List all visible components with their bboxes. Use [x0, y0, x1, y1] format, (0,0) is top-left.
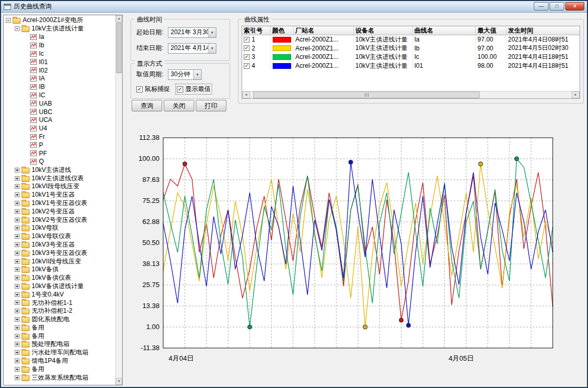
tree-node[interactable]: -10kV主供进线计量: [5, 25, 115, 33]
tree-node[interactable]: -Acrel-2000Z1#变电所: [5, 16, 115, 25]
print-button[interactable]: 打印: [196, 100, 226, 111]
expand-icon[interactable]: +: [15, 226, 19, 230]
maximize-button[interactable]: □: [550, 2, 564, 11]
tree-node[interactable]: +10kV1号变压器仪表: [5, 199, 115, 208]
tree-node[interactable]: +10kV母联: [5, 224, 115, 232]
expand-icon[interactable]: +: [15, 168, 19, 172]
hscroll-track[interactable]: [250, 91, 572, 98]
close-button[interactable]: 关闭: [164, 100, 194, 111]
tree-scroll-thumb[interactable]: [116, 23, 122, 73]
start-date-select[interactable]: 2021年 3月30 ▼: [168, 27, 216, 38]
expand-icon[interactable]: +: [15, 251, 19, 256]
expand-icon[interactable]: +: [15, 350, 19, 355]
tree-leaf[interactable]: I02: [5, 66, 115, 75]
tree-leaf[interactable]: IB: [5, 83, 115, 91]
tree-node[interactable]: +1号变0.4kV: [5, 290, 115, 299]
table-hscrollbar[interactable]: ◄ ►: [242, 91, 580, 98]
expand-icon[interactable]: +: [15, 259, 19, 264]
curve-visible-checkbox[interactable]: ✓: [244, 63, 250, 69]
tree-node[interactable]: +10kV母联仪表: [5, 232, 115, 241]
tree-node[interactable]: +10kV主供进线: [5, 166, 115, 174]
tree-node[interactable]: +备用: [5, 323, 115, 332]
history-curve-chart[interactable]: 112.38100.0087.6375.2562.8850.5038.1325.…: [133, 126, 586, 379]
curve-visible-checkbox[interactable]: ✓: [244, 37, 250, 43]
scroll-right-icon[interactable]: ►: [572, 91, 580, 98]
curve-row[interactable]: ✓2Acrel-2000Z1...10kV主供进线计量Ib97.002021年4…: [242, 44, 580, 53]
tree-node[interactable]: +10kV主供进线仪表: [5, 174, 115, 182]
expand-icon[interactable]: +: [15, 218, 19, 222]
expand-icon[interactable]: +: [15, 300, 19, 305]
period-select[interactable]: 30分钟 ▼: [168, 69, 202, 80]
column-header[interactable]: 发生时间: [506, 26, 580, 35]
query-button[interactable]: 查询: [132, 100, 162, 111]
tree-leaf[interactable]: Ib: [5, 41, 115, 49]
tree-leaf[interactable]: IA: [5, 75, 115, 83]
tree-leaf[interactable]: PF: [5, 149, 115, 158]
checkbox-box[interactable]: ✓: [177, 86, 183, 93]
tree-leaf[interactable]: UBC: [5, 108, 115, 116]
tree-leaf[interactable]: UAB: [5, 99, 115, 108]
column-header[interactable]: 曲线名: [413, 26, 476, 35]
collapse-icon[interactable]: -: [6, 18, 11, 23]
mouse-capture-checkbox[interactable]: ✓ 鼠标捕捉: [135, 84, 171, 94]
tree-node[interactable]: +10kV备供进线计量: [5, 282, 115, 291]
expand-icon[interactable]: +: [15, 342, 19, 346]
curve-visible-checkbox[interactable]: ✓: [244, 54, 250, 60]
expand-icon[interactable]: +: [15, 184, 19, 189]
end-date-select[interactable]: 2021年 4月14 ▼: [168, 43, 216, 54]
expand-icon[interactable]: +: [15, 201, 19, 206]
tree-leaf[interactable]: UCA: [5, 116, 115, 125]
curve-row[interactable]: ✓4Acrel-2000Z1...10kV主供进线计量I0198.002021年…: [242, 62, 580, 70]
tree-node[interactable]: +10kV3号变压器仪表: [5, 249, 115, 257]
scroll-up-icon[interactable]: ▲: [116, 15, 122, 22]
tree-leaf[interactable]: Ic: [5, 49, 115, 58]
dropdown-arrow-icon[interactable]: ▼: [193, 70, 201, 79]
checkbox-box[interactable]: ✓: [136, 86, 143, 93]
expand-icon[interactable]: +: [15, 359, 19, 363]
tree-node[interactable]: +10kV2号变压器仪表: [5, 216, 115, 224]
tree-leaf[interactable]: P: [5, 141, 115, 149]
show-extremes-checkbox[interactable]: ✓ 显示最值: [176, 84, 212, 94]
expand-icon[interactable]: +: [15, 192, 19, 197]
tree-node[interactable]: +固化系统配电: [5, 315, 115, 324]
column-header[interactable]: 设备名: [354, 26, 413, 35]
tree-node[interactable]: +10kVII段母线压变: [5, 257, 115, 266]
scroll-down-icon[interactable]: ▼: [116, 378, 122, 385]
column-header[interactable]: 索引号: [242, 26, 271, 35]
tree-node[interactable]: +10kV备供仪表: [5, 274, 115, 282]
curve-row[interactable]: ✓3Acrel-2000Z1...10kV主供进线计量Ic100.002021年…: [242, 53, 580, 62]
collapse-icon[interactable]: -: [15, 26, 19, 31]
expand-icon[interactable]: +: [15, 209, 19, 214]
tree-node[interactable]: +无功补偿柜1-2: [5, 307, 115, 315]
minimize-button[interactable]: —: [534, 2, 549, 11]
tree-leaf[interactable]: U4: [5, 124, 115, 132]
tree-node[interactable]: +10kV1号变压器: [5, 191, 115, 199]
dropdown-arrow-icon[interactable]: ▼: [208, 28, 216, 37]
scroll-left-icon[interactable]: ◄: [242, 91, 250, 98]
tree-leaf[interactable]: I01: [5, 58, 115, 66]
tree-leaf[interactable]: Ia: [5, 33, 115, 42]
expand-icon[interactable]: +: [15, 242, 19, 247]
expand-icon[interactable]: +: [15, 309, 19, 313]
tree-leaf[interactable]: Q: [5, 158, 115, 166]
close-window-button[interactable]: ×: [565, 2, 584, 11]
tree-node[interactable]: +10kV3号变压器: [5, 241, 115, 249]
column-header[interactable]: 最大值: [476, 26, 506, 35]
tree-scrollbar[interactable]: ▲ ▼: [115, 15, 122, 385]
tree-node[interactable]: +备用: [5, 365, 115, 373]
expand-icon[interactable]: +: [15, 325, 19, 330]
expand-icon[interactable]: +: [15, 292, 19, 297]
titlebar[interactable]: 历史曲线查询 — □ ×: [1, 1, 587, 13]
tree-node[interactable]: +三效蒸发系统配电箱: [5, 373, 115, 382]
expand-icon[interactable]: +: [15, 317, 19, 322]
tree-node[interactable]: +10kVI段母线压变: [5, 182, 115, 191]
chart-area[interactable]: 112.38100.0087.6375.2562.8850.5038.1325.…: [133, 126, 586, 379]
expand-icon[interactable]: +: [15, 284, 19, 289]
curve-visible-checkbox[interactable]: ✓: [244, 45, 250, 51]
tree-node[interactable]: +备用: [5, 332, 115, 340]
expand-icon[interactable]: +: [15, 267, 19, 272]
curve-row[interactable]: ✓1Acrel-2000Z1...10kV主供进线计量Ia97.002021年4…: [242, 35, 580, 44]
hscroll-thumb[interactable]: [253, 91, 480, 98]
expand-icon[interactable]: +: [15, 234, 19, 239]
column-header[interactable]: 颜色: [271, 26, 294, 35]
